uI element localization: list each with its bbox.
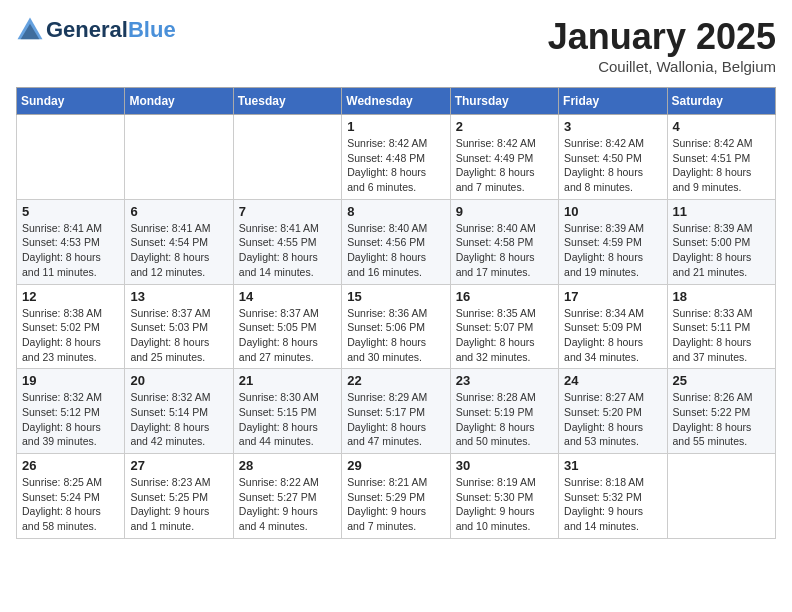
weekday-header: Sunday	[17, 88, 125, 115]
day-info: Sunrise: 8:41 AM Sunset: 4:54 PM Dayligh…	[130, 221, 227, 280]
day-number: 7	[239, 204, 336, 219]
calendar-cell: 30Sunrise: 8:19 AM Sunset: 5:30 PM Dayli…	[450, 454, 558, 539]
day-number: 18	[673, 289, 770, 304]
day-info: Sunrise: 8:32 AM Sunset: 5:12 PM Dayligh…	[22, 390, 119, 449]
calendar-cell: 4Sunrise: 8:42 AM Sunset: 4:51 PM Daylig…	[667, 115, 775, 200]
calendar-cell	[667, 454, 775, 539]
day-number: 23	[456, 373, 553, 388]
day-number: 3	[564, 119, 661, 134]
day-info: Sunrise: 8:18 AM Sunset: 5:32 PM Dayligh…	[564, 475, 661, 534]
day-info: Sunrise: 8:40 AM Sunset: 4:58 PM Dayligh…	[456, 221, 553, 280]
calendar-cell: 31Sunrise: 8:18 AM Sunset: 5:32 PM Dayli…	[559, 454, 667, 539]
calendar-cell: 16Sunrise: 8:35 AM Sunset: 5:07 PM Dayli…	[450, 284, 558, 369]
day-number: 8	[347, 204, 444, 219]
calendar-week-row: 26Sunrise: 8:25 AM Sunset: 5:24 PM Dayli…	[17, 454, 776, 539]
calendar-cell: 14Sunrise: 8:37 AM Sunset: 5:05 PM Dayli…	[233, 284, 341, 369]
day-number: 10	[564, 204, 661, 219]
calendar-cell: 9Sunrise: 8:40 AM Sunset: 4:58 PM Daylig…	[450, 199, 558, 284]
day-number: 25	[673, 373, 770, 388]
calendar-cell: 28Sunrise: 8:22 AM Sunset: 5:27 PM Dayli…	[233, 454, 341, 539]
day-info: Sunrise: 8:41 AM Sunset: 4:53 PM Dayligh…	[22, 221, 119, 280]
day-info: Sunrise: 8:41 AM Sunset: 4:55 PM Dayligh…	[239, 221, 336, 280]
logo: GeneralBlue	[16, 16, 176, 44]
calendar-cell: 2Sunrise: 8:42 AM Sunset: 4:49 PM Daylig…	[450, 115, 558, 200]
calendar-cell: 20Sunrise: 8:32 AM Sunset: 5:14 PM Dayli…	[125, 369, 233, 454]
weekday-header: Thursday	[450, 88, 558, 115]
calendar-week-row: 1Sunrise: 8:42 AM Sunset: 4:48 PM Daylig…	[17, 115, 776, 200]
day-number: 13	[130, 289, 227, 304]
page-header: GeneralBlue January 2025 Couillet, Wallo…	[16, 16, 776, 75]
day-info: Sunrise: 8:23 AM Sunset: 5:25 PM Dayligh…	[130, 475, 227, 534]
day-number: 21	[239, 373, 336, 388]
day-number: 17	[564, 289, 661, 304]
calendar-cell: 29Sunrise: 8:21 AM Sunset: 5:29 PM Dayli…	[342, 454, 450, 539]
day-number: 22	[347, 373, 444, 388]
day-number: 6	[130, 204, 227, 219]
calendar-cell	[233, 115, 341, 200]
day-info: Sunrise: 8:22 AM Sunset: 5:27 PM Dayligh…	[239, 475, 336, 534]
calendar-header-row: SundayMondayTuesdayWednesdayThursdayFrid…	[17, 88, 776, 115]
day-number: 4	[673, 119, 770, 134]
calendar-cell: 13Sunrise: 8:37 AM Sunset: 5:03 PM Dayli…	[125, 284, 233, 369]
weekday-header: Wednesday	[342, 88, 450, 115]
day-number: 28	[239, 458, 336, 473]
calendar-week-row: 12Sunrise: 8:38 AM Sunset: 5:02 PM Dayli…	[17, 284, 776, 369]
day-number: 26	[22, 458, 119, 473]
day-info: Sunrise: 8:42 AM Sunset: 4:50 PM Dayligh…	[564, 136, 661, 195]
title-block: January 2025 Couillet, Wallonia, Belgium	[548, 16, 776, 75]
day-info: Sunrise: 8:21 AM Sunset: 5:29 PM Dayligh…	[347, 475, 444, 534]
day-info: Sunrise: 8:19 AM Sunset: 5:30 PM Dayligh…	[456, 475, 553, 534]
day-info: Sunrise: 8:42 AM Sunset: 4:49 PM Dayligh…	[456, 136, 553, 195]
day-number: 1	[347, 119, 444, 134]
day-info: Sunrise: 8:37 AM Sunset: 5:03 PM Dayligh…	[130, 306, 227, 365]
day-number: 20	[130, 373, 227, 388]
calendar-cell: 7Sunrise: 8:41 AM Sunset: 4:55 PM Daylig…	[233, 199, 341, 284]
day-info: Sunrise: 8:36 AM Sunset: 5:06 PM Dayligh…	[347, 306, 444, 365]
weekday-header: Tuesday	[233, 88, 341, 115]
location-subtitle: Couillet, Wallonia, Belgium	[548, 58, 776, 75]
day-info: Sunrise: 8:34 AM Sunset: 5:09 PM Dayligh…	[564, 306, 661, 365]
day-number: 9	[456, 204, 553, 219]
weekday-header: Monday	[125, 88, 233, 115]
calendar-cell	[17, 115, 125, 200]
calendar-cell: 17Sunrise: 8:34 AM Sunset: 5:09 PM Dayli…	[559, 284, 667, 369]
calendar-cell: 19Sunrise: 8:32 AM Sunset: 5:12 PM Dayli…	[17, 369, 125, 454]
day-info: Sunrise: 8:32 AM Sunset: 5:14 PM Dayligh…	[130, 390, 227, 449]
month-title: January 2025	[548, 16, 776, 58]
day-number: 2	[456, 119, 553, 134]
day-info: Sunrise: 8:30 AM Sunset: 5:15 PM Dayligh…	[239, 390, 336, 449]
day-number: 12	[22, 289, 119, 304]
calendar-cell: 8Sunrise: 8:40 AM Sunset: 4:56 PM Daylig…	[342, 199, 450, 284]
day-info: Sunrise: 8:42 AM Sunset: 4:51 PM Dayligh…	[673, 136, 770, 195]
day-number: 14	[239, 289, 336, 304]
day-info: Sunrise: 8:35 AM Sunset: 5:07 PM Dayligh…	[456, 306, 553, 365]
day-number: 27	[130, 458, 227, 473]
logo-icon	[16, 16, 44, 44]
day-info: Sunrise: 8:39 AM Sunset: 5:00 PM Dayligh…	[673, 221, 770, 280]
calendar-cell: 12Sunrise: 8:38 AM Sunset: 5:02 PM Dayli…	[17, 284, 125, 369]
calendar-cell: 25Sunrise: 8:26 AM Sunset: 5:22 PM Dayli…	[667, 369, 775, 454]
day-info: Sunrise: 8:26 AM Sunset: 5:22 PM Dayligh…	[673, 390, 770, 449]
day-number: 16	[456, 289, 553, 304]
calendar-cell: 27Sunrise: 8:23 AM Sunset: 5:25 PM Dayli…	[125, 454, 233, 539]
calendar-week-row: 5Sunrise: 8:41 AM Sunset: 4:53 PM Daylig…	[17, 199, 776, 284]
calendar-cell: 3Sunrise: 8:42 AM Sunset: 4:50 PM Daylig…	[559, 115, 667, 200]
day-info: Sunrise: 8:27 AM Sunset: 5:20 PM Dayligh…	[564, 390, 661, 449]
calendar-cell: 18Sunrise: 8:33 AM Sunset: 5:11 PM Dayli…	[667, 284, 775, 369]
day-info: Sunrise: 8:29 AM Sunset: 5:17 PM Dayligh…	[347, 390, 444, 449]
day-number: 15	[347, 289, 444, 304]
day-number: 19	[22, 373, 119, 388]
calendar-cell: 24Sunrise: 8:27 AM Sunset: 5:20 PM Dayli…	[559, 369, 667, 454]
day-info: Sunrise: 8:38 AM Sunset: 5:02 PM Dayligh…	[22, 306, 119, 365]
calendar-cell: 23Sunrise: 8:28 AM Sunset: 5:19 PM Dayli…	[450, 369, 558, 454]
day-info: Sunrise: 8:28 AM Sunset: 5:19 PM Dayligh…	[456, 390, 553, 449]
calendar-cell: 21Sunrise: 8:30 AM Sunset: 5:15 PM Dayli…	[233, 369, 341, 454]
calendar-cell: 26Sunrise: 8:25 AM Sunset: 5:24 PM Dayli…	[17, 454, 125, 539]
day-info: Sunrise: 8:39 AM Sunset: 4:59 PM Dayligh…	[564, 221, 661, 280]
day-number: 29	[347, 458, 444, 473]
day-number: 5	[22, 204, 119, 219]
calendar-cell: 1Sunrise: 8:42 AM Sunset: 4:48 PM Daylig…	[342, 115, 450, 200]
day-info: Sunrise: 8:33 AM Sunset: 5:11 PM Dayligh…	[673, 306, 770, 365]
calendar-week-row: 19Sunrise: 8:32 AM Sunset: 5:12 PM Dayli…	[17, 369, 776, 454]
day-number: 11	[673, 204, 770, 219]
